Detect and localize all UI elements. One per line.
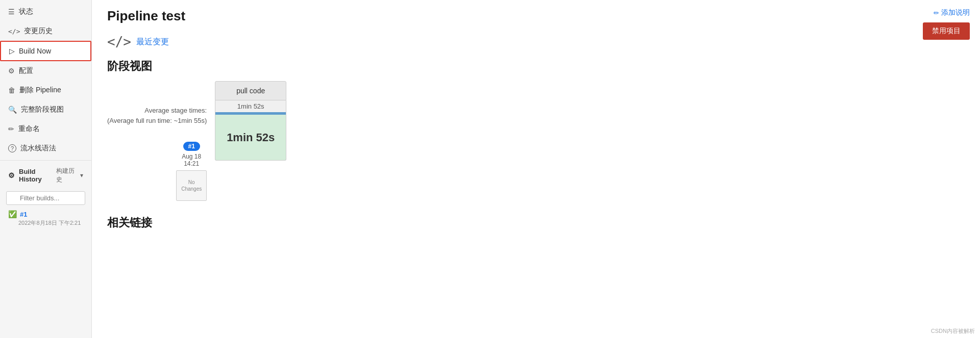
no-changes-label2: Changes: [181, 186, 202, 192]
recent-changes-row: </> 最近变更: [107, 34, 965, 49]
stage-column-header: pull code: [215, 81, 286, 100]
filter-input-wrap: 🔍: [0, 188, 91, 208]
sidebar-item-full-stage[interactable]: 🔍 完整阶段视图: [0, 100, 91, 119]
stage-view-title: 阶段视图: [107, 59, 965, 74]
stage-column: pull code 1min 52s 1min 52s: [215, 81, 286, 161]
build-date: 2022年8月18日 下午2:21: [8, 219, 83, 227]
build-history-header: ⚙ Build History 构建历史 ▾: [0, 163, 91, 188]
play-icon: ▷: [9, 47, 15, 55]
code-icon: </>: [107, 34, 131, 49]
build-history-label: Build History: [19, 168, 56, 183]
pipeline-flow: Average stage times: (Average full run t…: [107, 81, 965, 201]
no-changes-box: No Changes: [176, 170, 207, 201]
build-success-icon: ✅: [8, 210, 17, 218]
sidebar-item-syntax[interactable]: ? 流水线语法: [0, 139, 91, 158]
stage-left-info: Average stage times: (Average full run t…: [107, 81, 215, 201]
build-date-label: Aug 18: [182, 153, 201, 160]
build-item[interactable]: ✅ #1 2022年8月18日 下午2:21: [0, 208, 91, 229]
stage-view-section: 阶段视图 Average stage times: (Average full …: [107, 59, 965, 201]
main-content: ✏ 添加说明 禁用项目 Pipeline test </> 最近变更 阶段视图 …: [92, 0, 980, 338]
related-links-section: 相关链接: [107, 215, 965, 230]
build-history-title: ⚙ Build History: [8, 168, 56, 183]
gear-icon: ⚙: [8, 67, 15, 75]
pencil-icon: ✏: [934, 9, 939, 17]
sidebar-item-rename-label: 重命名: [18, 124, 40, 134]
add-description-label: 添加说明: [941, 8, 970, 17]
stage-column-avg: 1min 52s: [215, 100, 286, 112]
watermark: CSDN内容被解析: [931, 327, 975, 335]
sidebar-item-status-label: 状态: [19, 7, 33, 16]
avg-stage-times-label: Average stage times:: [144, 107, 207, 114]
build-number: #1: [20, 211, 27, 218]
divider: [0, 160, 91, 161]
sidebar-item-configure-label: 配置: [19, 66, 33, 75]
build-history-gear-icon: ⚙: [8, 171, 15, 179]
sidebar-item-build-now[interactable]: ▷ Build Now: [0, 41, 91, 61]
help-icon: ?: [8, 144, 16, 152]
chevron-down-icon[interactable]: ▾: [80, 172, 83, 179]
stage-column-body: 1min 52s: [215, 115, 286, 161]
disable-project-button[interactable]: 禁用项目: [923, 22, 970, 40]
filter-builds-input[interactable]: [6, 191, 85, 205]
sidebar-item-rename[interactable]: ✏ 重命名: [0, 119, 91, 139]
page-title: Pipeline test: [107, 0, 965, 34]
add-description-link[interactable]: ✏ 添加说明: [934, 8, 970, 17]
sidebar-item-status[interactable]: ☰ 状态: [0, 2, 91, 21]
no-changes-label: No: [188, 179, 195, 186]
search-wrap: 🔍: [6, 191, 85, 205]
status-icon: ☰: [8, 8, 15, 16]
sidebar-item-build-now-label: Build Now: [19, 47, 51, 55]
sidebar-item-changes[interactable]: </> 变更历史: [0, 21, 91, 41]
sidebar-item-configure[interactable]: ⚙ 配置: [0, 61, 91, 81]
sidebar-item-full-stage-label: 完整阶段视图: [21, 105, 64, 114]
search-icon: 🔍: [8, 106, 17, 114]
avg-stage-times: Average stage times: (Average full run t…: [107, 106, 207, 125]
recent-changes-link[interactable]: 最近变更: [136, 37, 169, 47]
sidebar-item-delete-label: 删除 Pipeline: [19, 86, 61, 95]
sidebar: ☰ 状态 </> 变更历史 ▷ Build Now ⚙ 配置 🗑 删除 Pipe…: [0, 0, 92, 338]
sidebar-item-delete[interactable]: 🗑 删除 Pipeline: [0, 81, 91, 100]
build-time-label: 14:21: [184, 160, 199, 167]
build-item-top: ✅ #1: [8, 210, 83, 218]
changes-icon: </>: [8, 28, 20, 35]
avg-full-run-label: (Average full run time: ~1min 55s): [107, 117, 207, 124]
related-links-title: 相关链接: [107, 215, 965, 230]
trash-icon: 🗑: [8, 86, 15, 94]
sidebar-item-syntax-label: 流水线语法: [20, 144, 56, 153]
edit-icon: ✏: [8, 125, 14, 133]
build-history-zh-label: 构建历史: [56, 167, 78, 184]
sidebar-item-changes-label: 变更历史: [24, 27, 53, 36]
top-right-buttons: ✏ 添加说明 禁用项目: [923, 8, 970, 40]
build-badge: #1: [183, 142, 200, 151]
